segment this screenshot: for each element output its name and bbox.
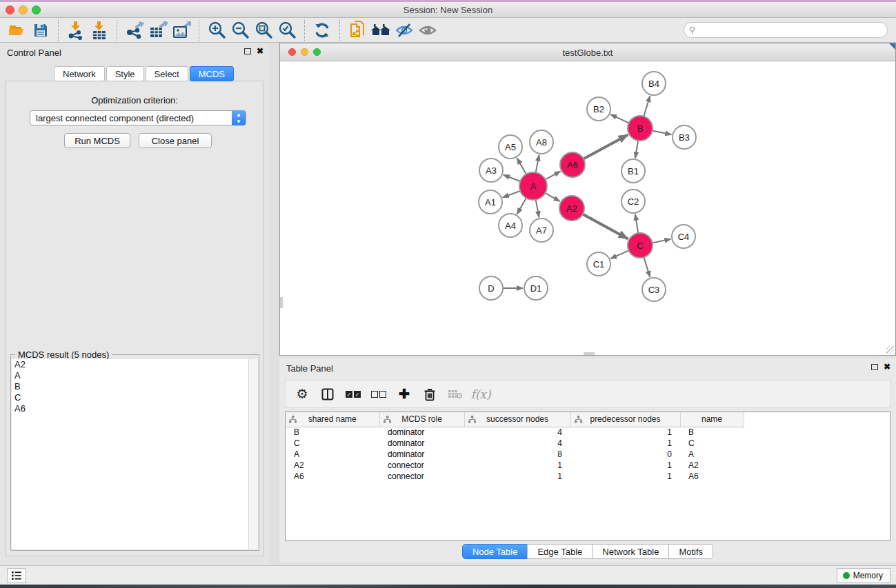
graph-edge-C-C1[interactable] <box>610 250 628 258</box>
graph-node-D[interactable]: D <box>479 276 503 300</box>
open-session-button[interactable] <box>6 19 29 41</box>
graph-edge-A-A7[interactable] <box>536 200 539 218</box>
tab-network[interactable]: Network <box>54 66 105 81</box>
tab-mcds[interactable]: MCDS <box>190 66 234 81</box>
graph-node-A7[interactable]: A7 <box>530 219 553 242</box>
vertical-scroll-tick[interactable] <box>280 297 283 308</box>
table-cell[interactable]: 4 <box>464 427 570 438</box>
graph-node-A1[interactable]: A1 <box>479 190 502 214</box>
graph-edge-A6-B[interactable] <box>584 135 628 159</box>
graph-node-C[interactable]: C <box>628 233 653 258</box>
graph-node-C2[interactable]: C2 <box>621 190 645 213</box>
run-mcds-button[interactable]: Run MCDS <box>64 133 130 148</box>
graph-edge-C-C4[interactable] <box>653 239 671 243</box>
column-header-MCDS-role[interactable]: MCDS role <box>379 412 464 427</box>
graph-edge-A-A6[interactable] <box>546 172 561 180</box>
graph-node-C3[interactable]: C3 <box>642 278 666 301</box>
float-panel-icon[interactable] <box>871 364 878 370</box>
column-header-predecessor-nodes[interactable]: predecessor nodes <box>570 412 680 427</box>
table-cell[interactable]: A6 <box>286 471 379 482</box>
graph-node-D1[interactable]: D1 <box>524 276 548 300</box>
horizontal-scroll-tick[interactable] <box>584 352 595 355</box>
table-row[interactable]: Cdominator41C <box>286 438 890 449</box>
tab-motifs[interactable]: Motifs <box>668 544 713 559</box>
zoom-out-button[interactable] <box>228 19 252 41</box>
table-row[interactable]: A6connector11A6 <box>286 471 890 482</box>
panel-splitter[interactable] <box>269 43 279 565</box>
table-cell[interactable]: C <box>680 438 744 449</box>
graph-edge-B-B3[interactable] <box>653 131 672 135</box>
close-panel-button[interactable]: Close panel <box>139 133 212 148</box>
graph-node-A6[interactable]: A6 <box>560 152 585 177</box>
graph-node-A3[interactable]: A3 <box>479 159 503 182</box>
graph-node-B4[interactable]: B4 <box>642 72 666 95</box>
zoom-selected-button[interactable] <box>275 19 299 41</box>
graph-edge-A-A5[interactable] <box>517 158 526 174</box>
search-input[interactable] <box>684 22 888 38</box>
table-cell[interactable]: connector <box>379 471 464 482</box>
export-image-button[interactable] <box>170 19 193 41</box>
graph-edge-B-B4[interactable] <box>644 96 650 116</box>
result-list-item[interactable]: A2 <box>12 359 248 370</box>
resize-grip[interactable] <box>886 346 895 354</box>
delete-column-button[interactable] <box>420 385 439 404</box>
graph-edge-A-A1[interactable] <box>503 191 520 197</box>
table-cell[interactable]: A <box>680 449 744 460</box>
column-header-successor-nodes[interactable]: successor nodes <box>464 412 570 427</box>
close-panel-icon[interactable]: ✖ <box>257 48 263 54</box>
tab-style[interactable]: Style <box>106 66 144 81</box>
zoom-fit-button[interactable] <box>252 19 275 41</box>
tab-network-table[interactable]: Network Table <box>592 544 669 559</box>
tab-edge-table[interactable]: Edge Table <box>527 544 593 559</box>
table-cell[interactable]: dominator <box>379 438 464 449</box>
graph-node-A[interactable]: A <box>519 172 547 200</box>
column-header-shared-name[interactable]: shared name <box>286 412 379 427</box>
table-cell[interactable]: 8 <box>464 449 570 460</box>
table-cell[interactable]: 0 <box>570 449 680 460</box>
create-column-button[interactable]: ✚ <box>395 385 414 404</box>
float-panel-icon[interactable] <box>244 48 251 54</box>
table-cell[interactable]: 1 <box>570 438 680 449</box>
graph-edge-C-C2[interactable] <box>635 214 638 233</box>
graph-edge-B-B2[interactable] <box>610 114 628 123</box>
task-history-button[interactable] <box>7 568 26 583</box>
table-cell[interactable]: B <box>286 427 379 438</box>
graph-node-B[interactable]: B <box>628 116 653 141</box>
close-panel-icon[interactable]: ✖ <box>884 363 890 370</box>
new-network-button[interactable] <box>346 19 369 41</box>
table-cell[interactable]: A6 <box>680 471 744 482</box>
table-cell[interactable]: dominator <box>379 449 464 460</box>
result-list-item[interactable]: A <box>12 370 248 381</box>
table-cell[interactable]: 4 <box>464 438 570 449</box>
graph-edge-C-C3[interactable] <box>644 257 650 277</box>
table-cell[interactable]: connector <box>379 460 464 471</box>
graph-node-A5[interactable]: A5 <box>499 135 522 159</box>
criterion-dropdown[interactable]: largest connected component (directed) ▲… <box>30 110 246 125</box>
result-list-item[interactable]: C <box>12 392 248 403</box>
graph-node-C1[interactable]: C1 <box>587 252 610 276</box>
import-network-button[interactable] <box>64 19 88 41</box>
table-cell[interactable]: 1 <box>570 427 680 438</box>
memory-button[interactable]: Memory <box>837 568 890 583</box>
graph-edge-A-A8[interactable] <box>536 155 539 173</box>
table-cell[interactable]: dominator <box>379 427 464 438</box>
table-cell[interactable]: B <box>680 427 744 438</box>
result-scrollbar[interactable] <box>248 359 258 549</box>
import-table-button[interactable] <box>88 19 111 41</box>
export-table-button[interactable] <box>146 19 170 41</box>
table-cell[interactable]: 1 <box>464 460 570 471</box>
graph-edge-B-B1[interactable] <box>635 141 638 158</box>
graph-node-B1[interactable]: B1 <box>621 159 645 183</box>
home-button[interactable] <box>369 19 392 41</box>
graph-edge-A-A3[interactable] <box>504 175 521 181</box>
hide-annotations-button[interactable] <box>392 19 416 41</box>
tab-node-table[interactable]: Node Table <box>462 544 528 559</box>
column-header-name[interactable]: name <box>680 412 744 427</box>
graph-node-B2[interactable]: B2 <box>587 97 610 121</box>
save-session-button[interactable] <box>29 19 52 41</box>
table-cell[interactable]: A2 <box>680 460 744 471</box>
table-row[interactable]: Adominator80A <box>286 449 890 460</box>
table-cell[interactable]: A <box>286 449 379 460</box>
network-window-titlebar[interactable]: testGlobe.txt <box>280 43 895 61</box>
table-cell[interactable]: 1 <box>570 460 680 471</box>
